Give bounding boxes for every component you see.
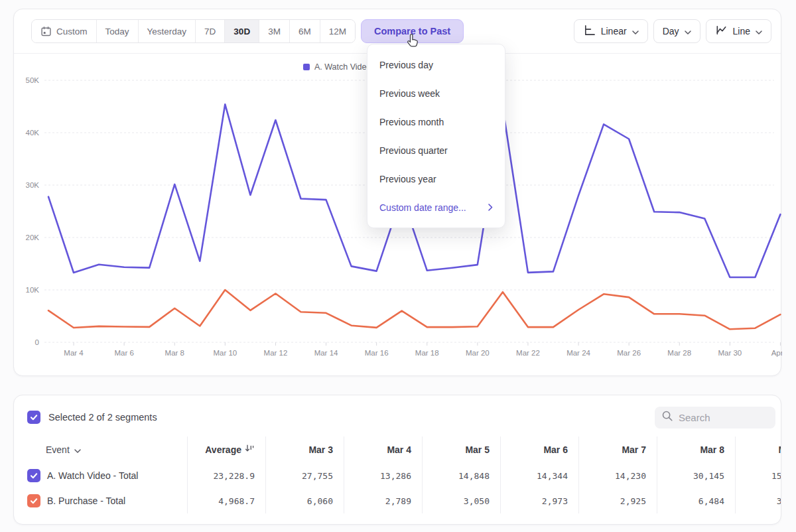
table-cell: 4,968.7	[188, 488, 266, 513]
range-label: 6M	[298, 27, 311, 36]
table-cell: 14,848	[423, 463, 501, 488]
table-cell: 2,973	[501, 488, 579, 513]
table-row-a: A. Watch Video - Total23,228.927,75513,2…	[14, 463, 781, 488]
row-checkbox[interactable]	[27, 494, 40, 507]
table-cell: 14,230	[579, 463, 657, 488]
interval-dropdown-button[interactable]: Day	[653, 19, 700, 43]
sort-descending-icon	[245, 444, 255, 456]
x-tick-label: Mar 18	[415, 349, 439, 357]
date-range-selector: CustomTodayYesterday7D30D3M6M12M	[31, 19, 356, 43]
column-header-mar-3: Mar 3	[266, 436, 344, 463]
menu-item-previous-month[interactable]: Previous month	[367, 107, 505, 136]
x-tick-label: Mar 28	[667, 349, 691, 357]
range-label: Today	[105, 27, 129, 36]
range-label: Yesterday	[147, 27, 187, 36]
range-button-12m[interactable]: 12M	[320, 20, 355, 42]
table-cell: 2,789	[344, 488, 423, 513]
y-tick-label: 20K	[26, 233, 40, 241]
y-tick-label: 50K	[26, 76, 40, 84]
chevron-down-icon	[74, 444, 81, 456]
menu-item-previous-year[interactable]: Previous year	[367, 165, 505, 193]
search-box	[655, 407, 775, 429]
chevron-down-icon	[756, 26, 762, 36]
legend-swatch	[303, 64, 310, 70]
table-cell: 23,228.9	[188, 463, 266, 488]
chart-type-label: Line	[733, 26, 750, 36]
row-checkbox[interactable]	[27, 469, 40, 482]
selected-count-label: Selected 2 of 2 segments	[48, 412, 157, 423]
table-cell: 30,145	[657, 463, 736, 488]
compare-dropdown-menu: Previous dayPrevious weekPrevious monthP…	[367, 44, 505, 228]
event-cell: A. Watch Video - Total	[14, 463, 188, 488]
chevron-down-icon	[632, 26, 639, 36]
column-header-mar-9: Mar 9	[736, 436, 781, 463]
column-header-mar-6: Mar 6	[501, 436, 579, 463]
select-all-checkbox[interactable]	[27, 411, 40, 424]
column-header-mar-7: Mar 7	[579, 436, 657, 463]
table-cell: 15,500	[736, 463, 781, 488]
row-label: B. Purchase - Total	[47, 496, 125, 506]
menu-item-previous-week[interactable]: Previous week	[367, 79, 505, 107]
menu-item-previous-day[interactable]: Previous day	[367, 50, 505, 79]
range-label: 30D	[233, 27, 250, 36]
table-cell: 13,286	[344, 463, 423, 488]
table-cell: 14,344	[501, 463, 579, 488]
x-tick-label: Mar 16	[365, 349, 389, 357]
linear-scale-icon	[583, 24, 596, 38]
range-label: 3M	[268, 27, 281, 36]
x-tick-label: Mar 12	[264, 349, 288, 357]
average-header-label: Average	[205, 444, 241, 455]
table-cell: 3,100	[736, 488, 781, 513]
chevron-right-icon	[488, 202, 493, 213]
table-body: A. Watch Video - Total23,228.927,75513,2…	[14, 463, 781, 513]
series-line-b[interactable]	[48, 290, 780, 329]
menu-item-previous-quarter[interactable]: Previous quarter	[367, 136, 505, 165]
search-input[interactable]	[679, 412, 758, 423]
x-tick-label: Mar 30	[718, 349, 742, 357]
y-tick-label: 0	[35, 338, 39, 346]
range-button-yesterday[interactable]: Yesterday	[139, 20, 196, 42]
table-cell: 2,925	[579, 488, 657, 513]
x-tick-label: Mar 26	[617, 349, 641, 357]
x-tick-label: Mar 24	[566, 349, 590, 357]
range-button-3m[interactable]: 3M	[259, 20, 290, 42]
x-tick-label: Mar 8	[165, 349, 184, 357]
x-tick-label: Mar 6	[114, 349, 133, 357]
range-label: Custom	[56, 27, 88, 36]
custom-date-range-label: Custom date range...	[379, 202, 466, 213]
y-tick-label: 10K	[26, 286, 40, 294]
menu-item-custom-date-range[interactable]: Custom date range...	[367, 193, 505, 222]
interval-label: Day	[663, 26, 679, 36]
range-button-7d[interactable]: 7D	[196, 20, 225, 42]
scale-label: Linear	[601, 26, 627, 36]
search-icon	[661, 410, 673, 425]
x-tick-label: Mar 20	[466, 349, 490, 357]
scale-dropdown-button[interactable]: Linear	[574, 19, 648, 43]
range-button-today[interactable]: Today	[97, 20, 139, 42]
y-tick-label: 40K	[26, 129, 40, 137]
event-header-label: Event	[46, 444, 70, 455]
x-tick-label: Mar 22	[516, 349, 540, 357]
range-button-6m[interactable]: 6M	[290, 20, 320, 42]
chart-options-group: Linear Day Line	[574, 19, 771, 43]
y-tick-label: 30K	[26, 181, 40, 189]
row-label: A. Watch Video - Total	[47, 470, 138, 481]
compare-to-past-button[interactable]: Compare to Past	[361, 19, 464, 43]
column-header-event[interactable]: Event	[14, 436, 188, 463]
table-cell: 3,050	[423, 488, 501, 513]
table-header-bar: Selected 2 of 2 segments	[27, 406, 775, 429]
column-header-mar-5: Mar 5	[423, 436, 501, 463]
x-tick-label: Apr 1	[771, 349, 782, 357]
line-chart-icon	[715, 24, 728, 38]
column-header-mar-4: Mar 4	[344, 436, 423, 463]
x-tick-label: Mar 10	[213, 349, 237, 357]
table-row-b: B. Purchase - Total4,968.76,0602,7893,05…	[14, 488, 781, 513]
range-button-30d[interactable]: 30D	[225, 20, 259, 42]
table-header-row: Event Average Mar 3Mar 4Mar 5Mar 6Mar 7M…	[14, 436, 781, 463]
range-label: 7D	[204, 27, 216, 36]
segments-table-card: Selected 2 of 2 segments Event Average M…	[13, 395, 781, 525]
chevron-down-icon	[685, 26, 691, 36]
chart-type-dropdown-button[interactable]: Line	[706, 19, 771, 43]
range-button-custom[interactable]: Custom	[32, 20, 97, 42]
column-header-average[interactable]: Average	[188, 436, 266, 463]
